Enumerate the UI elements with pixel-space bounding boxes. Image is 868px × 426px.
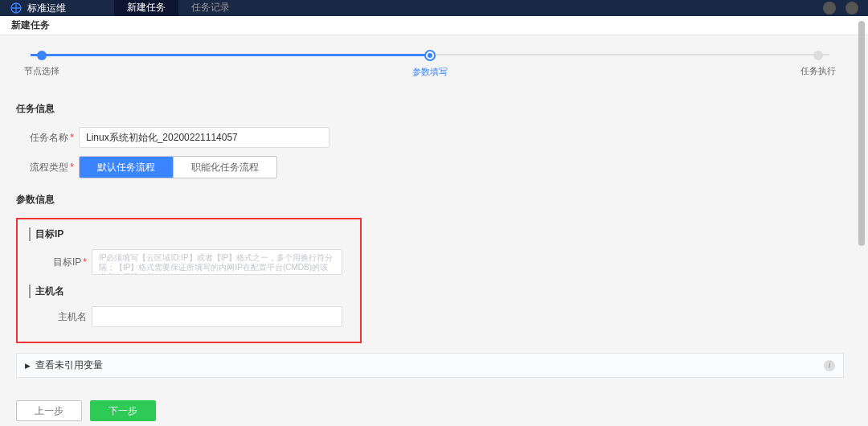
topbar-tabs: 新建任务 任务记录 [114, 0, 243, 16]
hostname-group-title: 主机名 [29, 285, 349, 298]
brand-text: 标准运维 [27, 2, 66, 15]
step-indicator: 节点选择 参数填写 任务执行 [16, 50, 844, 78]
topbar-right [823, 2, 858, 14]
step-dot-icon [424, 50, 436, 61]
hostname-row: 主机名 [29, 306, 349, 327]
unreferenced-vars-row[interactable]: ▶ 查看未引用变量 i [16, 353, 844, 378]
param-info-title: 参数信息 [16, 193, 844, 207]
footer: 上一步 下一步 [16, 400, 156, 421]
step-3: 任务执行 [800, 51, 836, 77]
task-name-label: 任务名称* [16, 131, 74, 145]
task-name-input[interactable] [79, 127, 330, 148]
scrollbar[interactable] [858, 21, 865, 421]
step-1: 节点选择 [24, 51, 59, 77]
tab-task-records[interactable]: 任务记录 [178, 0, 243, 16]
hostname-input[interactable] [92, 306, 342, 327]
target-ip-label: 目标IP* [29, 256, 87, 269]
step-1-label: 节点选择 [24, 65, 59, 77]
step-2: 参数填写 [412, 50, 448, 78]
target-ip-input[interactable] [92, 249, 342, 275]
topbar: 标准运维 新建任务 任务记录 [0, 0, 868, 16]
flow-type-row: 流程类型* 默认任务流程 职能化任务流程 [16, 156, 844, 178]
task-info-title: 任务信息 [16, 102, 844, 116]
unreferenced-vars-label: 查看未引用变量 [35, 358, 103, 372]
main: 节点选择 参数填写 任务执行 任务信息 任务名称* 流程类型* 默认任务流程 职… [0, 35, 868, 426]
step-dot-icon [37, 51, 47, 60]
tab-new-task[interactable]: 新建任务 [114, 0, 178, 16]
step-dot-icon [813, 51, 823, 60]
chevron-right-icon: ▶ [25, 362, 31, 370]
next-button[interactable]: 下一步 [90, 400, 156, 421]
breadcrumb-text: 新建任务 [11, 18, 50, 32]
flow-type-functional-button[interactable]: 职能化任务流程 [174, 157, 276, 178]
logo-icon [10, 2, 23, 14]
step-2-label: 参数填写 [412, 66, 448, 78]
breadcrumb: 新建任务 [0, 16, 868, 35]
info-icon[interactable]: i [824, 360, 835, 371]
flow-type-default-button[interactable]: 默认任务流程 [80, 157, 174, 178]
step-3-label: 任务执行 [800, 65, 836, 77]
flow-type-label: 流程类型* [16, 161, 74, 174]
prev-button[interactable]: 上一步 [16, 400, 82, 421]
user-avatar-icon[interactable] [845, 2, 858, 14]
scrollbar-thumb[interactable] [858, 21, 865, 246]
hostname-label: 主机名 [29, 310, 87, 324]
task-name-row: 任务名称* [16, 127, 844, 148]
target-ip-group-title: 目标IP [29, 227, 349, 241]
flow-type-group: 默认任务流程 职能化任务流程 [79, 156, 277, 178]
help-icon[interactable] [823, 2, 836, 14]
target-ip-row: 目标IP* [29, 249, 349, 275]
brand: 标准运维 [10, 2, 66, 15]
param-highlight-box: 目标IP 目标IP* 主机名 主机名 [16, 218, 362, 343]
